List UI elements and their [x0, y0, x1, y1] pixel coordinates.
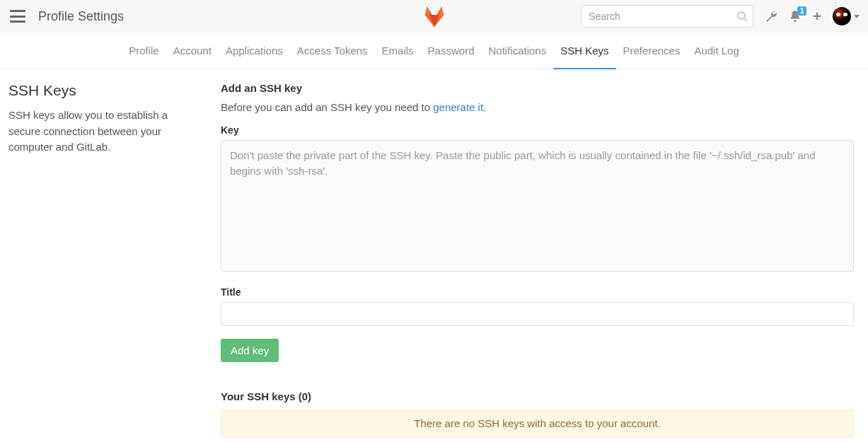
add-key-button[interactable]: Add key	[221, 339, 279, 362]
tab-profile[interactable]: Profile	[122, 33, 166, 69]
your-keys-heading: Your SSH keys (0)	[221, 390, 854, 402]
gitlab-logo[interactable]	[422, 4, 446, 28]
search-wrap	[581, 5, 753, 28]
sidebar: SSH Keys SSH keys allow you to establish…	[8, 82, 221, 437]
sidebar-title: SSH Keys	[8, 82, 199, 99]
empty-keys-alert: There are no SSH keys with access to you…	[221, 409, 854, 437]
tab-audit-log[interactable]: Audit Log	[687, 33, 746, 69]
helper-prefix: Before you can add an SSH key you need t…	[221, 101, 433, 113]
tab-notifications[interactable]: Notifications	[481, 33, 553, 69]
tab-applications[interactable]: Applications	[219, 33, 290, 69]
menu-toggle[interactable]	[10, 10, 25, 23]
chevron-down-icon	[854, 15, 860, 18]
avatar	[833, 7, 851, 25]
svg-line-1	[744, 18, 747, 21]
svg-point-0	[738, 12, 745, 19]
main: Add an SSH key Before you can add an SSH…	[221, 82, 860, 437]
title-input[interactable]	[221, 302, 854, 326]
topbar: Profile Settings	[0, 0, 868, 33]
gitlab-logo-icon	[422, 4, 446, 28]
new-menu-plus-icon[interactable]: +	[813, 8, 821, 25]
search-icon	[736, 11, 748, 22]
user-menu[interactable]	[833, 7, 860, 25]
page-title: Profile Settings	[38, 9, 124, 24]
tab-account[interactable]: Account	[166, 33, 219, 69]
sidebar-description: SSH keys allow you to establish a secure…	[8, 107, 199, 156]
tab-access-tokens[interactable]: Access Tokens	[290, 33, 375, 69]
title-field: Title	[221, 286, 854, 326]
admin-wrench-icon[interactable]	[765, 10, 777, 23]
tab-ssh-keys[interactable]: SSH Keys	[553, 33, 615, 69]
notification-badge: 1	[797, 6, 806, 16]
tab-preferences[interactable]: Preferences	[616, 33, 688, 69]
title-label: Title	[221, 286, 854, 298]
tab-password[interactable]: Password	[421, 33, 482, 69]
key-label: Key	[221, 124, 854, 136]
notifications-icon[interactable]: 1	[789, 10, 802, 23]
topbar-right: 1 +	[581, 5, 860, 28]
tab-emails[interactable]: Emails	[375, 33, 421, 69]
generate-link[interactable]: generate it.	[433, 101, 486, 113]
add-key-heading: Add an SSH key	[221, 82, 854, 94]
profile-tabs: ProfileAccountApplicationsAccess TokensE…	[0, 33, 868, 69]
search-input[interactable]	[581, 5, 753, 28]
helper-text: Before you can add an SSH key you need t…	[221, 101, 854, 113]
key-textarea[interactable]	[221, 140, 854, 272]
content: SSH Keys SSH keys allow you to establish…	[0, 69, 868, 442]
key-field: Key	[221, 124, 854, 274]
